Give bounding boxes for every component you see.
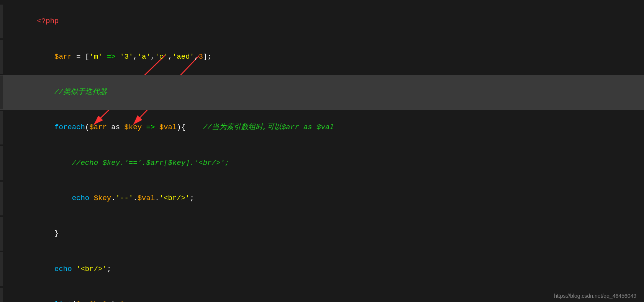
var-c: $c bbox=[102, 300, 111, 302]
line-content-7: } bbox=[3, 217, 59, 251]
comment-iterator: //类似于迭代器 bbox=[37, 88, 107, 96]
comma-b: , bbox=[98, 300, 102, 302]
var-val2: $val bbox=[138, 194, 155, 202]
line-content-9: list($a,$b,$c)=$arr; bbox=[3, 288, 142, 302]
arrow-op: => bbox=[102, 53, 120, 61]
line-gutter-2 bbox=[0, 40, 3, 74]
code-line-1: <?php bbox=[0, 4, 644, 39]
code-line-5: //echo $key.'=='.$arr[$key].'<br/>'; bbox=[0, 145, 644, 181]
str-m: 'm' bbox=[89, 53, 102, 61]
var-b: $b bbox=[89, 300, 98, 302]
op-assign: = bbox=[72, 53, 85, 61]
var-a: $a bbox=[76, 300, 85, 302]
dot1: . bbox=[111, 194, 115, 202]
num-3: 3 bbox=[198, 53, 203, 61]
url-label: https://blog.csdn.net/qq_46456049 bbox=[554, 293, 636, 299]
semi3: ; bbox=[138, 300, 142, 302]
var-key2: $key bbox=[94, 194, 111, 202]
line-gutter-5 bbox=[0, 146, 3, 180]
str-a: 'a' bbox=[138, 53, 151, 61]
php-open-tag: <?php bbox=[37, 17, 59, 25]
str-aed: 'aed' bbox=[172, 53, 194, 61]
var-arr: $arr bbox=[37, 53, 72, 61]
line-content-4: foreach($arr as $key => $val){ //当为索引数组时… bbox=[3, 111, 334, 144]
paren-open: ( bbox=[85, 123, 89, 131]
arrow-op2: => bbox=[142, 123, 159, 131]
semi1: ; bbox=[190, 194, 194, 202]
list-close: )= bbox=[111, 300, 120, 302]
comma-a: , bbox=[85, 300, 89, 302]
var-arr2: $arr bbox=[89, 123, 107, 131]
code-line-9: list($a,$b,$c)=$arr; bbox=[0, 287, 644, 302]
str-br2: '<br/>' bbox=[76, 265, 107, 273]
line-gutter-1 bbox=[0, 5, 3, 38]
kw-echo1: echo bbox=[37, 194, 93, 202]
code-line-7: } bbox=[0, 216, 644, 251]
comma4: , bbox=[194, 53, 198, 61]
dot2: . bbox=[133, 194, 137, 202]
semi2: ; bbox=[107, 265, 111, 273]
close-brace1: } bbox=[37, 229, 59, 238]
comma2: , bbox=[151, 53, 155, 61]
line-gutter-3 bbox=[0, 76, 3, 109]
str-3: '3' bbox=[120, 53, 133, 61]
line-gutter-4 bbox=[0, 111, 3, 144]
kw-foreach: foreach bbox=[37, 123, 85, 131]
str-c: 'c' bbox=[155, 53, 168, 61]
bracket-close: ]; bbox=[203, 53, 212, 61]
kw-list1: list bbox=[37, 300, 72, 302]
line-content-6: echo $key.'--'.$val.'<br/>'; bbox=[3, 182, 194, 215]
line-gutter-8 bbox=[0, 252, 3, 286]
bracket-open: [ bbox=[85, 53, 89, 61]
line-content-8: echo '<br/>'; bbox=[3, 252, 111, 286]
code-editor: <?php $arr = ['m' => '3','a','c','aed',3… bbox=[0, 0, 644, 302]
kw-echo2: echo bbox=[37, 265, 76, 273]
comma3: , bbox=[168, 53, 172, 61]
kw-as: as bbox=[107, 123, 125, 131]
line-content-2: $arr = ['m' => '3','a','c','aed',3]; bbox=[3, 40, 212, 74]
paren-close-brace: ){ bbox=[177, 123, 185, 131]
code-line-2: $arr = ['m' => '3','a','c','aed',3]; bbox=[0, 39, 644, 74]
dot3: . bbox=[155, 194, 159, 202]
str-dash: '--' bbox=[116, 194, 133, 202]
line-content-5: //echo $key.'=='.$arr[$key].'<br/>'; bbox=[3, 146, 229, 180]
var-key: $key bbox=[124, 123, 142, 131]
comment-echo-key: //echo $key.'=='.$arr[$key].'<br/>'; bbox=[37, 159, 229, 167]
comma1: , bbox=[133, 53, 137, 61]
code-line-4: foreach($arr as $key => $val){ //当为索引数组时… bbox=[0, 110, 644, 145]
line-gutter-7 bbox=[0, 217, 3, 251]
line-content-1: <?php bbox=[3, 5, 59, 38]
comment-indexed: //当为索引数组时,可以$arr as $val bbox=[185, 123, 334, 131]
line-content-3: //类似于迭代器 bbox=[3, 76, 107, 109]
code-line-8: echo '<br/>'; bbox=[0, 251, 644, 287]
code-line-6: echo $key.'--'.$val.'<br/>'; bbox=[0, 181, 644, 216]
code-line-3: //类似于迭代器 bbox=[0, 75, 644, 110]
line-gutter-9 bbox=[0, 288, 3, 302]
str-br1: '<br/>' bbox=[159, 194, 190, 202]
list-paren: ( bbox=[72, 300, 76, 302]
var-arr3: $arr bbox=[120, 300, 138, 302]
var-val: $val bbox=[159, 123, 177, 131]
line-gutter-6 bbox=[0, 182, 3, 215]
